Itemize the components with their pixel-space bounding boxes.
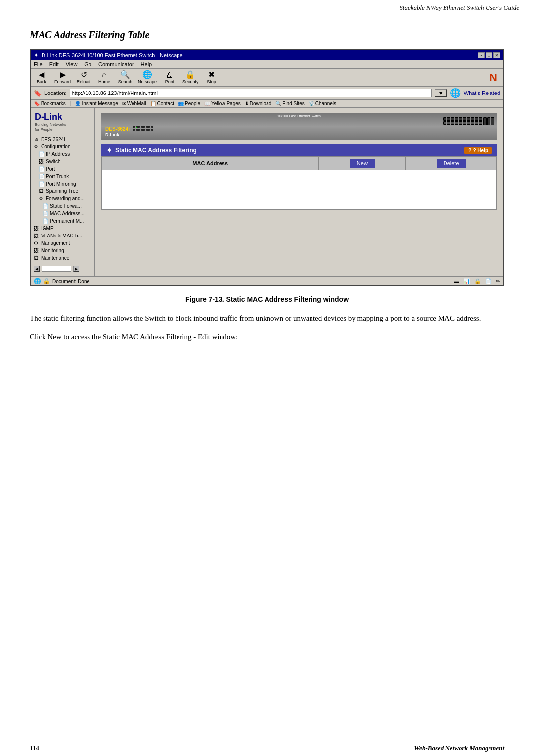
print-label: Print	[165, 79, 175, 84]
port-mirroring-icon: 📄	[39, 181, 44, 187]
sidebar-item-switch[interactable]: 🖼 Switch	[32, 158, 93, 165]
sidebar-item-vlans[interactable]: 🖼 VLANs & MAC-b...	[32, 232, 93, 239]
bookmark-channels[interactable]: 📡 Channels	[309, 101, 336, 106]
menu-help[interactable]: Help	[141, 61, 152, 67]
home-button[interactable]: ⌂ Home	[96, 71, 112, 84]
page-footer: 114 Web-Based Network Management	[0, 740, 534, 756]
ip-address-icon: 📄	[39, 151, 44, 157]
menu-go[interactable]: Go	[84, 61, 91, 67]
sidebar-item-ip-address[interactable]: 📄 IP Address	[32, 150, 93, 158]
address-input[interactable]	[70, 89, 432, 97]
address-bar: 🔖 Location: ▼ 🌐 What's Related	[31, 87, 503, 100]
header-title: Stackable NWay Ethernet Switch User's Gu…	[400, 4, 519, 12]
forward-button[interactable]: ▶ Forward	[54, 71, 71, 84]
body-text-2: Click New to access the Static MAC Addre…	[30, 331, 504, 343]
delete-button[interactable]: Delete	[437, 159, 466, 168]
bookmark-webmail[interactable]: ✉ WebMail	[122, 101, 146, 106]
stop-button[interactable]: ✖ Stop	[204, 71, 220, 84]
find-sites-icon: 🔍	[275, 101, 281, 106]
dlink-switch-label: D-Link	[105, 132, 119, 137]
netscape-button[interactable]: 🌐 Netscape	[138, 71, 157, 84]
sidebar-scroll-left[interactable]: ◀	[34, 266, 40, 272]
bookmark-yellow-pages[interactable]: 📖 Yellow Pages	[204, 101, 241, 106]
maximize-button[interactable]: □	[486, 52, 492, 58]
mac-filtering-panel: ✦ Static MAC Address Filtering ? ? Help	[101, 144, 497, 210]
bookmark-instant-message[interactable]: 👤 Instant Message	[75, 101, 118, 106]
webmail-icon: ✉	[122, 101, 126, 106]
address-label: Location:	[44, 90, 67, 96]
statusbar-left: 🌐 🔒 Document: Done	[34, 278, 89, 284]
switch-icon: 🖼	[39, 159, 44, 164]
page-header: Stackable NWay Ethernet Switch User's Gu…	[0, 0, 534, 14]
sidebar-scroll-right[interactable]: ▶	[73, 266, 79, 272]
download-icon: ⬇	[245, 101, 249, 106]
bookmark-download[interactable]: ⬇ Download	[245, 101, 271, 106]
go-button[interactable]: ▼	[435, 89, 447, 97]
sidebar-item-forwarding[interactable]: ⚙ Forwarding and...	[32, 195, 93, 202]
print-icon: 🖨	[166, 71, 174, 79]
bookmark-contact[interactable]: 📋 Contact	[150, 101, 174, 106]
mac-panel-title: Static MAC Address Filtering	[115, 147, 197, 154]
new-button[interactable]: New	[350, 159, 375, 168]
forward-label: Forward	[54, 79, 71, 84]
netscape-logo: N	[490, 71, 497, 84]
home-icon: ⌂	[102, 71, 107, 79]
dlink-tagline: Building Networksfor People	[35, 122, 90, 132]
static-forwarding-icon: 📄	[43, 203, 48, 209]
people-icon: 👥	[178, 101, 184, 106]
table-row-empty	[102, 170, 497, 210]
sidebar-item-configuration[interactable]: ⚙ Configuration	[32, 143, 93, 150]
mac-panel-header-left: ✦ Static MAC Address Filtering	[106, 146, 197, 154]
sidebar-item-permanent-mac[interactable]: 📄 Permanent M...	[32, 217, 93, 225]
sidebar-item-port-trunk[interactable]: 📄 Port Trunk	[32, 173, 93, 180]
forward-icon: ▶	[60, 71, 66, 79]
search-button[interactable]: 🔍 Search	[117, 71, 133, 84]
minimize-button[interactable]: -	[478, 52, 485, 58]
sidebar-item-igmp[interactable]: 🖼 IGMP	[32, 225, 93, 232]
switch-hw-title: 10/100 Fast Ethernet Switch	[277, 114, 321, 118]
help-button[interactable]: ? ? Help	[464, 147, 492, 154]
sidebar-item-management[interactable]: ⚙ Management	[32, 239, 93, 247]
menu-file[interactable]: File	[34, 61, 43, 67]
switch-port-rows	[134, 126, 153, 131]
sidebar-item-port[interactable]: 📄 Port	[32, 165, 93, 173]
sidebar-item-static-forwarding[interactable]: 📄 Static Forwa...	[32, 202, 93, 210]
bookmark-star-icon: 🔖	[34, 90, 42, 97]
sidebar-item-spanning-tree[interactable]: 🖼 Spanning Tree	[32, 188, 93, 195]
instant-message-icon: 👤	[75, 101, 81, 106]
security-button[interactable]: 🔒 Security	[182, 71, 199, 84]
switch-right-ports	[443, 117, 482, 125]
sidebar-item-port-mirroring[interactable]: 📄 Port Mirroring	[32, 180, 93, 188]
status-text: Document: Done	[52, 279, 89, 284]
browser-window: ✦ D-Link DES-3624i 10/100 Fast Ethernet …	[30, 49, 504, 286]
sidebar-item-monitoring[interactable]: 🖼 Monitoring	[32, 247, 93, 254]
print-button[interactable]: 🖨 Print	[162, 71, 178, 84]
forwarding-icon: ⚙	[39, 196, 44, 201]
whats-related-link[interactable]: What's Related	[464, 90, 500, 96]
back-label: Back	[37, 79, 46, 84]
maintenance-icon: 🖼	[34, 255, 40, 261]
status-icon2: 🔒	[43, 278, 50, 284]
yellow-pages-icon: 📖	[204, 101, 210, 106]
browser-icon2: 🌐	[450, 88, 461, 98]
sidebar-item-des3624i[interactable]: 🖥 DES-3624i	[32, 136, 93, 143]
sidebar-item-mac-address[interactable]: 📄 MAC Address...	[32, 210, 93, 217]
close-button[interactable]: ✕	[493, 52, 500, 58]
statusbar-right: ▬ 📊 🔒 📄 ✏	[454, 278, 500, 284]
spanning-tree-icon: 🖼	[39, 189, 44, 194]
sidebar-item-maintenance[interactable]: 🖼 Maintenance	[32, 254, 93, 262]
menu-view[interactable]: View	[66, 61, 78, 67]
titlebar-buttons: - □ ✕	[478, 52, 500, 58]
back-button[interactable]: ◀ Back	[34, 71, 49, 84]
reload-button[interactable]: ↺ Reload	[76, 71, 91, 84]
browser-icon: ✦	[34, 52, 39, 59]
bookmark-find-sites[interactable]: 🔍 Find Sites	[275, 101, 304, 106]
mac-address-header: MAC Address	[102, 157, 319, 170]
config-icon: ⚙	[34, 144, 40, 149]
menu-communicator[interactable]: Communicator	[98, 61, 134, 67]
menu-edit[interactable]: Edit	[49, 61, 59, 67]
stop-label: Stop	[207, 79, 216, 84]
browser-menubar: File Edit View Go Communicator Help	[31, 60, 503, 69]
bookmark-people[interactable]: 👥 People	[178, 101, 200, 106]
titlebar-left: ✦ D-Link DES-3624i 10/100 Fast Ethernet …	[34, 52, 183, 59]
